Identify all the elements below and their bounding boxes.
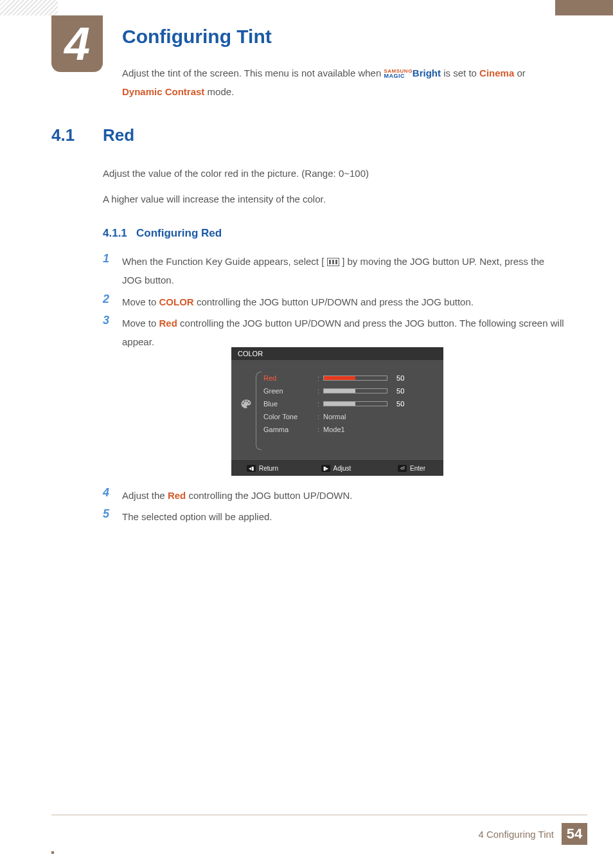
step-body: Adjust the Red controlling the JOG butto… [122, 486, 565, 505]
chapter-number-badge: 4 [51, 15, 103, 72]
osd-colon: : [317, 400, 319, 408]
step-1: 1 When the Function Key Guide appears, s… [103, 252, 565, 290]
subsection-heading: 4.1.1 Configuring Red [103, 227, 222, 240]
step-text: Move to [122, 296, 159, 307]
red-keyword: Red [159, 318, 177, 329]
osd-slider-blue [323, 401, 387, 406]
footer-chapter-title: 4 Configuring Tint [478, 829, 554, 840]
step-4: 4 Adjust the Red controlling the JOG but… [103, 486, 565, 505]
chapter-intro: Adjust the tint of the screen. This menu… [122, 64, 565, 101]
palette-icon [239, 399, 253, 410]
osd-row-gamma: Gamma : Mode1 [263, 423, 434, 436]
samsung-magic-logo: SAMSUNG MAGIC [384, 69, 412, 78]
step-text: controlling the JOG button UP/DOWN and p… [122, 318, 564, 347]
step-number: 3 [103, 314, 122, 327]
osd-label: Blue [263, 400, 314, 408]
osd-footer-label: Enter [410, 465, 425, 472]
osd-footer-enter: ⏎ Enter [366, 465, 437, 472]
osd-value: Mode1 [323, 426, 345, 433]
step-body: Move to Red controlling the JOG button U… [122, 314, 565, 352]
page-footer: 4 Configuring Tint 54 [51, 815, 587, 845]
osd-footer-return: ◂▮ Return [238, 465, 306, 472]
section-intensity-text: A higher value will increase the intensi… [103, 192, 565, 207]
step-text: When the Function Key Guide appears, sel… [122, 256, 324, 267]
osd-row-blue: Blue : 50 [263, 397, 434, 410]
step-body: The selected option will be applied. [122, 507, 565, 526]
step-3: 3 Move to Red controlling the JOG button… [103, 314, 565, 352]
step-list-lower: 4 Adjust the Red controlling the JOG but… [103, 486, 565, 527]
magic-text: MAGIC [384, 74, 412, 78]
page-top-bar [0, 0, 613, 15]
intro-text: is set to [443, 68, 479, 78]
decorative-brown-tab [555, 0, 613, 15]
step-body: Move to COLOR controlling the JOG button… [122, 293, 565, 311]
step-list-upper: 1 When the Function Key Guide appears, s… [103, 252, 565, 351]
osd-body: Red : 50 Green : 50 Blue : 50 Color Tone… [231, 360, 443, 460]
osd-row-green: Green : 50 [263, 384, 434, 397]
osd-slider-green [323, 388, 387, 393]
osd-row-colortone: Color Tone : Normal [263, 410, 434, 423]
red-keyword: Red [168, 490, 186, 501]
osd-label: Red [263, 374, 314, 382]
bright-label: Bright [413, 68, 441, 78]
osd-colon: : [317, 374, 319, 382]
osd-row-red: Red : 50 [263, 372, 434, 384]
step-text: controlling the JOG button UP/DOWN and p… [197, 296, 474, 307]
osd-label: Color Tone [263, 413, 314, 420]
step-body: When the Function Key Guide appears, sel… [122, 252, 565, 290]
return-key-icon: ◂▮ [247, 465, 256, 472]
osd-value: 50 [396, 374, 404, 382]
color-keyword: COLOR [159, 296, 194, 307]
step-number: 1 [103, 252, 122, 266]
osd-colon: : [317, 426, 319, 433]
osd-footer: ◂▮ Return ▮▸ Adjust ⏎ Enter [231, 460, 443, 476]
step-number: 2 [103, 293, 122, 306]
intro-text: mode. [208, 86, 235, 97]
osd-header: COLOR [231, 347, 443, 360]
osd-colon: : [317, 413, 319, 420]
osd-screenshot: COLOR Red : 50 Green : 50 Blue : 50 Colo… [231, 347, 443, 476]
section-title: Red [103, 125, 134, 145]
step-number: 5 [103, 507, 122, 521]
footer-page-number: 54 [562, 823, 587, 845]
step-5: 5 The selected option will be applied. [103, 507, 565, 526]
osd-value: 50 [396, 400, 404, 408]
chapter-title: Configuring Tint [122, 26, 272, 48]
osd-slider-red [323, 375, 387, 381]
step-text: Move to [122, 318, 159, 329]
osd-label: Green [263, 387, 314, 395]
subsection-number: 4.1.1 [103, 227, 127, 239]
decorative-hatch [0, 0, 58, 15]
dynamic-contrast-label: Dynamic Contrast [122, 86, 204, 97]
footer-dot [51, 851, 54, 854]
osd-value: Normal [323, 413, 346, 420]
osd-colon: : [317, 387, 319, 395]
osd-footer-label: Return [259, 465, 278, 472]
step-number: 4 [103, 486, 122, 500]
step-text: The selected option will be applied. [122, 511, 272, 522]
section-number: 4.1 [51, 125, 75, 145]
osd-value: 50 [396, 387, 404, 395]
osd-label: Gamma [263, 426, 314, 433]
cinema-label: Cinema [479, 68, 514, 78]
enter-key-icon: ⏎ [398, 465, 407, 472]
subsection-title: Configuring Red [136, 227, 222, 239]
intro-text: Adjust the tint of the screen. This menu… [122, 68, 384, 78]
osd-group-bracket [256, 372, 262, 450]
step-text: Adjust the [122, 490, 168, 501]
menu-icon [327, 258, 340, 266]
osd-footer-adjust: ▮▸ Adjust [306, 465, 366, 472]
osd-footer-label: Adjust [333, 465, 351, 472]
section-range-text: Adjust the value of the color red in the… [103, 166, 565, 181]
step-text: controlling the JOG button UP/DOWN. [188, 490, 352, 501]
adjust-key-icon: ▮▸ [321, 465, 330, 472]
step-2: 2 Move to COLOR controlling the JOG butt… [103, 293, 565, 311]
intro-text: or [517, 68, 525, 78]
